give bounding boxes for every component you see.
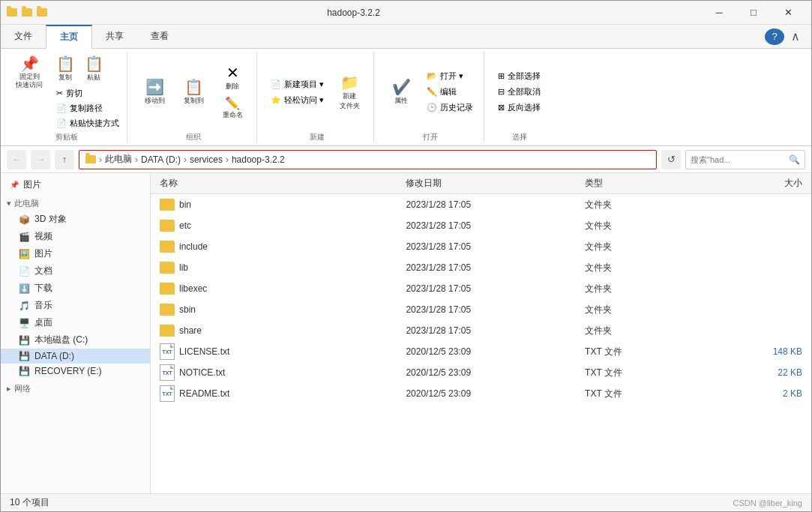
tab-home[interactable]: 主页 [46,25,92,49]
tab-file[interactable]: 文件 [1,25,46,48]
d-drive-icon: 💾 [19,351,30,361]
sidebar-item-pictures[interactable]: 🖼️ 图片 [1,245,150,262]
history-icon: 🕒 [427,103,437,112]
properties-button[interactable]: ✔️ 属性 [383,75,419,109]
refresh-button[interactable]: ↺ [661,150,681,169]
txt-icon: TXT [160,385,175,402]
sidebar-item-pictures-pinned[interactable]: 📌 图片 [1,176,150,193]
sidebar-item-label: 音乐 [34,299,52,312]
help-button[interactable]: ? [765,28,784,45]
header-name[interactable]: 名称 [157,177,403,190]
copy-button[interactable]: 📋 复制 [52,52,79,85]
path-folder-icon [85,155,96,163]
file-row-libexec[interactable]: libexec 2023/1/28 17:05 文件夹 [151,278,811,299]
new-folder-button[interactable]: 📁 新建文件夹 [331,70,367,114]
invert-icon: ⊠ [498,103,505,112]
folder-icon [160,220,175,232]
file-row-license[interactable]: TXT LICENSE.txt 2020/12/5 23:09 TXT 文件 1… [151,341,811,362]
header-date[interactable]: 修改日期 [403,177,582,190]
forward-button[interactable]: → [31,150,50,169]
file-type: TXT 文件 [582,367,703,379]
edit-button[interactable]: ✏️ 编辑 [422,85,478,99]
file-type: 文件夹 [582,325,703,337]
ribbon-collapse-button[interactable]: ∧ [786,28,805,45]
new-item-icon: 📄 [271,79,281,89]
music-icon: 🎵 [19,301,30,311]
new-item-button[interactable]: 📄 新建项目 ▾ [266,77,328,91]
sidebar-item-d-drive[interactable]: 💾 DATA (D:) [1,349,150,364]
sidebar-item-music[interactable]: 🎵 音乐 [1,297,150,314]
title-controls: ─ □ ✕ [702,1,805,25]
sidebar-item-videos[interactable]: 🎬 视频 [1,228,150,245]
pin-to-quickaccess-button[interactable]: 📌 固定到快速访问 [10,52,49,92]
file-name: etc [179,220,191,231]
sidebar-item-downloads[interactable]: ⬇️ 下载 [1,280,150,297]
file-row-bin[interactable]: bin 2023/1/28 17:05 文件夹 [151,194,811,215]
back-button[interactable]: ← [7,150,26,169]
sidebar-item-label: DATA (D:) [34,351,74,361]
file-row-etc[interactable]: etc 2023/1/28 17:05 文件夹 [151,215,811,236]
select-none-button[interactable]: ⊟ 全部取消 [493,85,545,99]
file-date: 2023/1/28 17:05 [403,199,582,210]
open-button[interactable]: 📂 打开 ▾ [422,69,478,83]
sidebar-item-documents[interactable]: 📄 文档 [1,262,150,280]
file-name: libexec [179,283,207,294]
search-input[interactable] [691,155,786,164]
sidebar: 📌 图片 ▾ 此电脑 📦 3D 对象 🎬 视频 🖼️ 图片 📄 [1,173,151,493]
minimize-button[interactable]: ─ [702,1,736,25]
txt-icon: TXT [160,364,175,381]
sidebar-item-label: RECOVERY (E:) [34,366,102,376]
sidebar-item-label: 图片 [23,178,41,191]
folder-icon-3 [37,8,47,16]
select-none-icon: ⊟ [498,87,505,97]
delete-button[interactable]: ✕ 删除 [214,62,250,93]
ribbon-tabs: 文件 主页 共享 查看 ? ∧ [1,25,811,49]
video-icon: 🎬 [19,232,30,242]
rename-icon: ✏️ [225,96,240,110]
file-date: 2023/1/28 17:05 [403,304,582,315]
ribbon-content: 📌 固定到快速访问 📋 复制 📋 粘贴 [1,49,811,145]
sidebar-section-network[interactable]: ▸ 网络 [1,379,150,396]
paste-icon: 📋 [85,55,103,73]
easy-access-button[interactable]: ⭐ 轻松访问 ▾ [266,93,328,107]
copy-to-button[interactable]: 📋 复制到 [175,75,211,109]
move-to-button[interactable]: ➡️ 移动到 [136,75,172,109]
copy-icon: 📋 [56,55,75,73]
tab-view[interactable]: 查看 [137,25,182,48]
rename-button[interactable]: ✏️ 重命名 [214,94,250,121]
sidebar-section-mypc[interactable]: ▾ 此电脑 [1,193,150,211]
select-all-button[interactable]: ⊞ 全部选择 [493,69,545,83]
search-box[interactable]: 🔍 [685,150,805,169]
pictures-icon: 🖼️ [19,249,30,259]
close-button[interactable]: ✕ [771,1,805,25]
file-name: LICENSE.txt [179,346,229,357]
file-row-include[interactable]: include 2023/1/28 17:05 文件夹 [151,236,811,257]
paste-shortcut-button[interactable]: 📄 粘贴快捷方式 [52,116,124,130]
desktop-icon: 🖥️ [19,318,30,328]
sidebar-item-c-drive[interactable]: 💾 本地磁盘 (C:) [1,331,150,349]
file-row-share[interactable]: share 2023/1/28 17:05 文件夹 [151,320,811,341]
copy-path-button[interactable]: 📄 复制路径 [52,101,107,115]
organize-group-label: 组织 [186,132,201,142]
header-size[interactable]: 大小 [703,177,805,190]
file-row-notice[interactable]: TXT NOTICE.txt 2020/12/5 23:09 TXT 文件 22… [151,362,811,383]
up-button[interactable]: ↑ [55,150,74,169]
file-row-readme[interactable]: TXT README.txt 2020/12/5 23:09 TXT 文件 2 … [151,383,811,404]
maximize-button[interactable]: □ [736,1,771,25]
sidebar-item-3dobjects[interactable]: 📦 3D 对象 [1,211,150,228]
select-all-icon: ⊞ [498,71,505,81]
tab-share[interactable]: 共享 [92,25,137,48]
cut-button[interactable]: ✂ 剪切 [52,86,87,100]
sidebar-item-label: 图片 [34,247,52,260]
address-path[interactable]: › 此电脑 › DATA (D:) › services › hadoop-3.… [79,150,657,169]
invert-selection-button[interactable]: ⊠ 反向选择 [493,100,545,115]
history-button[interactable]: 🕒 历史记录 [422,100,478,115]
folder-icon [160,262,175,274]
file-row-lib[interactable]: lib 2023/1/28 17:05 文件夹 [151,257,811,278]
file-row-sbin[interactable]: sbin 2023/1/28 17:05 文件夹 [151,299,811,320]
file-date: 2023/1/28 17:05 [403,262,582,273]
sidebar-item-e-drive[interactable]: 💾 RECOVERY (E:) [1,364,150,379]
sidebar-item-desktop[interactable]: 🖥️ 桌面 [1,314,150,331]
header-type[interactable]: 类型 [582,177,703,190]
paste-button[interactable]: 📋 粘贴 [80,52,107,85]
